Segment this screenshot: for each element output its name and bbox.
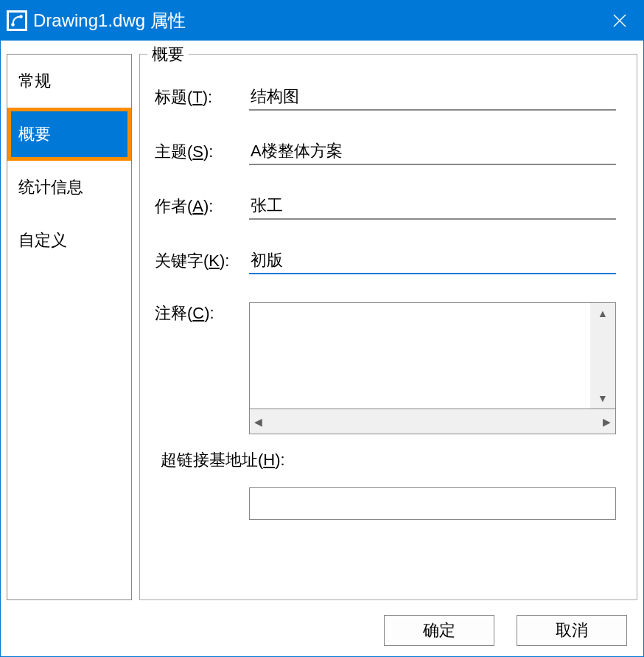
summary-group: 概要 标题(T): 主题(S): 作者(A): 关键字(K): 注释(C):: [139, 54, 637, 600]
author-row: 作者(A):: [155, 193, 616, 220]
subject-row: 主题(S):: [155, 139, 616, 165]
dialog-content: 常规 概要 统计信息 自定义 概要 标题(T): 主题(S): 作者(A): 关…: [1, 41, 643, 606]
author-input[interactable]: [249, 193, 616, 220]
comment-box: ▲ ▼ ◀ ▶: [249, 302, 616, 434]
category-sidebar: 常规 概要 统计信息 自定义: [7, 54, 132, 600]
window-title: Drawing1.dwg 属性: [33, 9, 602, 32]
ok-button[interactable]: 确定: [384, 615, 494, 646]
subject-label: 主题(S):: [155, 141, 249, 163]
keyword-row: 关键字(K):: [155, 248, 616, 274]
author-label: 作者(A):: [155, 195, 249, 218]
dialog-footer: 确定 取消: [1, 606, 643, 656]
horizontal-scrollbar[interactable]: ◀ ▶: [249, 409, 616, 434]
hyperlink-label: 超链接基地址(H):: [155, 449, 616, 471]
comment-label: 注释(C):: [155, 302, 249, 324]
properties-dialog: Drawing1.dwg 属性 常规 概要 统计信息 自定义 概要 标题(T):…: [0, 0, 644, 657]
titlebar: Drawing1.dwg 属性: [1, 1, 643, 41]
keyword-label: 关键字(K):: [155, 250, 249, 272]
title-label: 标题(T):: [155, 86, 249, 108]
comment-textarea[interactable]: [250, 303, 590, 409]
vertical-scrollbar[interactable]: ▲ ▼: [590, 303, 615, 409]
sidebar-item-statistics[interactable]: 统计信息: [7, 161, 131, 214]
cancel-button[interactable]: 取消: [517, 615, 627, 646]
svg-rect-0: [9, 13, 25, 29]
title-row: 标题(T):: [155, 84, 616, 111]
comment-textarea-wrap: ▲ ▼: [249, 302, 616, 409]
hyperlink-input[interactable]: [249, 487, 616, 520]
group-title: 概要: [147, 44, 189, 66]
scroll-up-icon: ▲: [598, 307, 608, 319]
scroll-left-icon: ◀: [254, 416, 262, 428]
sidebar-item-summary[interactable]: 概要: [7, 108, 131, 161]
close-button[interactable]: [602, 3, 637, 38]
app-icon: [7, 10, 27, 31]
scroll-right-icon: ▶: [603, 416, 611, 428]
sidebar-item-custom[interactable]: 自定义: [7, 214, 131, 267]
keyword-input[interactable]: [249, 248, 616, 274]
subject-input[interactable]: [249, 139, 616, 165]
hyperlink-section: 超链接基地址(H):: [155, 449, 616, 520]
title-input[interactable]: [249, 84, 616, 111]
scroll-down-icon: ▼: [598, 392, 608, 404]
sidebar-item-general[interactable]: 常规: [7, 55, 131, 108]
comment-row: 注释(C): ▲ ▼ ◀ ▶: [155, 302, 616, 434]
